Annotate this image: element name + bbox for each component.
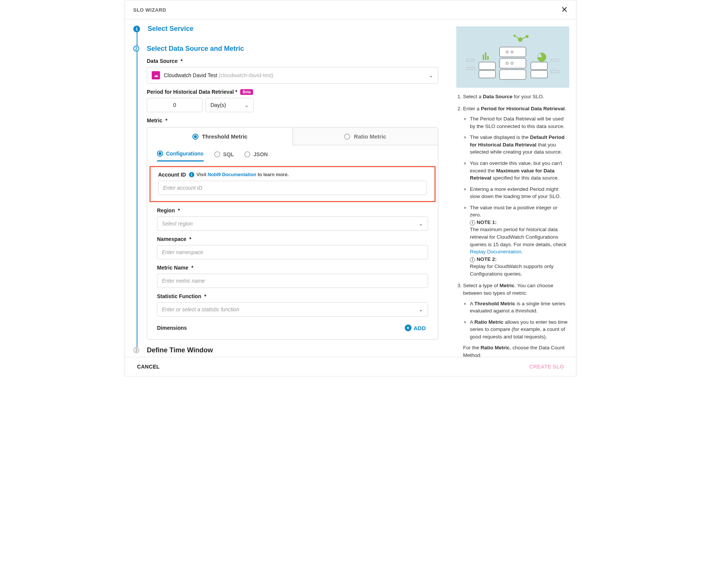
help-item-3: Select a type of Metric. You can choose …	[463, 282, 569, 357]
close-button[interactable]: ✕	[561, 6, 568, 14]
step3-badge: 3	[133, 347, 139, 353]
metric-subtabs: Configurations SQL JSON	[147, 145, 438, 161]
help-list: Select a Data Source for your SLO. Enter…	[456, 93, 569, 357]
create-slo-button[interactable]: CREATE SLO	[527, 363, 566, 370]
svg-rect-22	[551, 70, 559, 73]
step1-badge: 1	[133, 26, 140, 32]
period-label: Period for Historical Data Retrieval Bet…	[147, 89, 438, 95]
cloudwatch-icon: ☁	[152, 71, 160, 79]
radio-unchecked-icon	[214, 151, 220, 157]
dimensions-label: Dimensions	[157, 325, 187, 331]
wizard-steps-panel[interactable]: 1 Select Service 2 Select Data Source an…	[125, 20, 452, 357]
step-define-time-window: 3 Define Time Window	[133, 346, 438, 357]
svg-rect-6	[500, 70, 526, 79]
tab-ratio-metric[interactable]: Ratio Metric	[293, 128, 438, 145]
help-panel[interactable]: Select a Data Source for your SLO. Enter…	[452, 20, 576, 357]
slo-wizard-modal: SLO WIZARD ✕ 1 Select Service 2 Select D…	[125, 0, 576, 376]
docs-link[interactable]: Nobl9 Documentation	[208, 172, 256, 177]
modal-title: SLO WIZARD	[133, 7, 166, 13]
svg-rect-7	[479, 62, 495, 70]
svg-rect-21	[551, 59, 559, 61]
account-id-highlight: Account ID i Visit Nobl9 Documentation t…	[149, 166, 436, 202]
metric-name-input[interactable]	[157, 274, 428, 288]
radio-unchecked-icon	[344, 134, 350, 140]
add-dimension-button[interactable]: + ADD	[402, 324, 428, 332]
help-illustration	[456, 26, 569, 88]
subtab-configurations[interactable]: Configurations	[157, 151, 204, 161]
step2-title: Select Data Source and Metric	[147, 45, 438, 53]
svg-rect-9	[531, 62, 547, 70]
subtab-json[interactable]: JSON	[244, 151, 268, 161]
statistic-function-select[interactable]: Enter or select a statistic function ⌄	[157, 302, 428, 317]
period-unit-select[interactable]: Day(s) ⌄	[206, 98, 254, 112]
svg-rect-0	[500, 47, 526, 57]
chevron-down-icon: ⌄	[244, 102, 249, 108]
cancel-button[interactable]: CANCEL	[135, 363, 162, 370]
chevron-down-icon: ⌄	[419, 306, 423, 312]
modal-header: SLO WIZARD ✕	[125, 0, 576, 20]
metric-label: Metric	[147, 117, 438, 123]
info-icon: i	[470, 257, 475, 262]
step-select-service: 1 Select Service	[133, 25, 438, 45]
svg-rect-8	[479, 70, 495, 78]
help-item-1: Select a Data Source for your SLO.	[463, 93, 569, 101]
subtab-sql[interactable]: SQL	[214, 151, 234, 161]
radio-checked-icon	[157, 151, 163, 157]
chevron-down-icon: ⌄	[419, 221, 423, 227]
info-icon: i	[189, 172, 194, 177]
region-select[interactable]: Select region ⌄	[157, 216, 428, 231]
step-select-data-source: 2 Select Data Source and Metric Data Sou…	[133, 45, 438, 346]
account-id-input[interactable]	[158, 181, 427, 195]
help-item-2: Enter a Period for Historical Data Retri…	[463, 105, 569, 278]
radio-checked-icon	[192, 134, 198, 140]
metric-tabs: Threshold Metric Ratio Metric Configurat…	[147, 127, 438, 340]
region-label: Region	[157, 207, 428, 213]
statistic-function-label: Statistic Function	[157, 293, 428, 299]
step1-title[interactable]: Select Service	[148, 25, 438, 33]
close-icon: ✕	[561, 5, 568, 14]
data-source-label: Data Source	[147, 58, 438, 64]
plus-icon: +	[405, 324, 411, 331]
chevron-down-icon: ⌄	[429, 72, 433, 78]
replay-doc-link[interactable]: Replay Documentation	[470, 249, 521, 254]
svg-rect-3	[500, 58, 526, 68]
modal-footer: CANCEL CREATE SLO	[125, 357, 576, 376]
data-source-select[interactable]: ☁ Cloudwatch David Test (cloudwatch-davi…	[147, 67, 438, 84]
info-icon: i	[470, 220, 475, 225]
step2-badge: 2	[133, 46, 139, 52]
radio-unchecked-icon	[244, 151, 250, 157]
svg-rect-19	[467, 59, 474, 61]
step3-title[interactable]: Define Time Window	[147, 346, 438, 354]
svg-rect-17	[485, 52, 486, 60]
svg-rect-16	[483, 55, 484, 60]
beta-badge: Beta	[240, 89, 253, 95]
metric-name-label: Metric Name	[157, 265, 428, 271]
account-id-label: Account ID i Visit Nobl9 Documentation t…	[158, 172, 427, 178]
period-value-input[interactable]	[147, 98, 203, 112]
svg-rect-20	[467, 67, 474, 70]
svg-rect-10	[531, 70, 547, 78]
data-source-value: Cloudwatch David Test (cloudwatch-david-…	[164, 72, 273, 78]
svg-rect-18	[487, 56, 489, 60]
namespace-label: Namespace	[157, 236, 428, 242]
modal-body: 1 Select Service 2 Select Data Source an…	[125, 20, 576, 357]
tab-threshold-metric[interactable]: Threshold Metric	[147, 128, 293, 145]
namespace-input[interactable]	[157, 245, 428, 259]
